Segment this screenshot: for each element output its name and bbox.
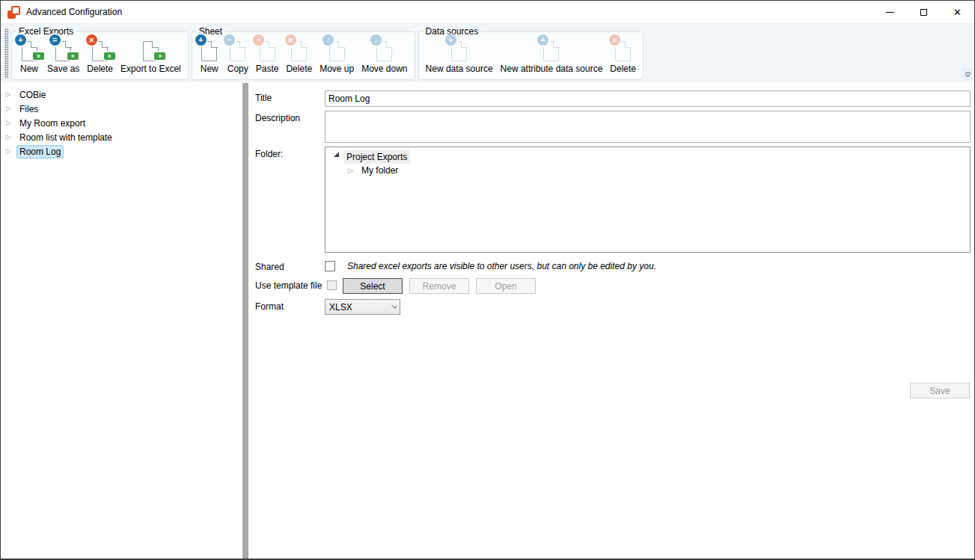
chevron-right-icon[interactable] — [6, 91, 14, 98]
title-row: Title — [255, 90, 971, 107]
description-label: Description — [255, 111, 325, 143]
new-sheet-icon — [199, 37, 220, 61]
minimize-icon — [886, 12, 894, 13]
chevron-right-icon[interactable] — [6, 148, 14, 155]
tree-item-my-room-export[interactable]: My Room export — [1, 116, 242, 130]
pane-splitter[interactable] — [242, 83, 248, 559]
tree-item-room-log[interactable]: Room Log — [1, 144, 242, 159]
new-excel-export-icon: x — [19, 37, 40, 61]
copy-sheet-icon — [227, 37, 248, 61]
chevron-right-icon[interactable] — [348, 167, 356, 174]
use-template-file-label: Use template file — [255, 278, 327, 294]
chevron-down-icon — [391, 303, 397, 308]
close-button[interactable]: ✕ — [941, 1, 974, 23]
app-icon[interactable] — [7, 6, 20, 19]
new-data-source-icon — [449, 37, 470, 61]
content-area: COBie Files My Room export Room list wit… — [1, 83, 974, 559]
close-icon: ✕ — [953, 7, 962, 17]
group-label: Excel Exports — [16, 26, 76, 37]
title-label: Title — [255, 90, 325, 107]
tree-item-cobie[interactable]: COBie — [1, 87, 242, 102]
delete-excel-export-button[interactable]: x Delete — [83, 37, 117, 76]
group-sheet: Sheet New Copy — [192, 26, 415, 80]
new-attribute-data-source-icon — [541, 37, 562, 61]
delete-sheet-button[interactable]: Delete — [282, 37, 316, 76]
delete-data-source-button[interactable]: Delete — [606, 37, 640, 76]
format-select[interactable]: XLSX — [325, 299, 400, 315]
toolbar: Excel Exports x New x Save as x — [1, 23, 974, 82]
format-value: XLSX — [329, 302, 352, 313]
description-input[interactable] — [325, 111, 971, 143]
move-down-button[interactable]: Move down — [358, 37, 411, 76]
shared-row: Shared Shared excel exports are visible … — [255, 259, 971, 272]
toolbar-overflow-button[interactable] — [962, 68, 973, 80]
folder-item-project-exports[interactable]: Project Exports — [327, 150, 968, 164]
export-detail-panel: Title Description Folder: Project Export… — [248, 83, 974, 559]
chevron-right-icon[interactable] — [6, 134, 14, 141]
description-row: Description — [255, 111, 971, 143]
chevron-right-icon[interactable] — [6, 120, 14, 126]
window-controls: ✕ — [873, 1, 974, 23]
move-up-button[interactable]: Move up — [316, 37, 358, 76]
shared-label: Shared — [255, 259, 325, 272]
export-tree: COBie Files My Room export Room list wit… — [1, 83, 242, 559]
folder-item-my-folder[interactable]: My folder — [327, 164, 968, 177]
minimize-button[interactable] — [873, 1, 907, 23]
paste-sheet-button[interactable]: Paste — [252, 37, 283, 76]
tree-item-files[interactable]: Files — [1, 102, 242, 116]
window-title: Advanced Configuration — [26, 7, 122, 17]
chevron-right-icon[interactable] — [6, 105, 14, 112]
paste-sheet-icon — [257, 37, 278, 61]
delete-excel-export-icon: x — [90, 37, 111, 61]
tree-item-room-list-with-template[interactable]: Room list with template — [1, 130, 242, 144]
group-data-sources: Data sources New data source New attribu… — [418, 26, 644, 80]
select-template-button[interactable]: Select — [343, 278, 403, 294]
shared-note: Shared excel exports are visible to othe… — [347, 259, 656, 272]
export-to-excel-button[interactable]: x Export to Excel — [117, 37, 185, 76]
new-data-source-button[interactable]: New data source — [422, 37, 497, 76]
new-attribute-data-source-button[interactable]: New attribute data source — [497, 37, 607, 76]
remove-template-button[interactable]: Remove — [409, 278, 469, 294]
folder-tree: Project Exports My folder — [325, 147, 971, 253]
format-label: Format — [255, 299, 325, 315]
new-sheet-button[interactable]: New — [195, 37, 224, 76]
folder-label: Folder: — [255, 147, 325, 255]
move-down-icon — [374, 37, 395, 61]
delete-sheet-icon — [289, 37, 310, 61]
shared-checkbox[interactable] — [325, 261, 335, 271]
maximize-button[interactable] — [907, 1, 941, 23]
save-button[interactable]: Save — [910, 383, 970, 399]
template-row: Use template file Select Remove Open — [255, 278, 971, 294]
move-up-icon — [326, 37, 347, 61]
maximize-icon — [920, 9, 927, 16]
folder-row: Folder: Project Exports My folder — [255, 147, 971, 255]
export-to-excel-icon: x — [140, 37, 161, 61]
delete-data-source-icon — [613, 37, 634, 61]
group-excel-exports: Excel Exports x New x Save as x — [11, 26, 189, 80]
title-bar: Advanced Configuration ✕ — [1, 1, 974, 23]
save-as-button[interactable]: x Save as — [43, 37, 83, 76]
open-template-button[interactable]: Open — [476, 278, 536, 294]
use-template-file-checkbox[interactable] — [327, 280, 337, 290]
save-as-excel-export-icon: x — [53, 37, 74, 61]
format-row: Format XLSX — [255, 299, 971, 315]
title-input[interactable] — [325, 90, 971, 107]
toolbar-grip[interactable] — [4, 28, 8, 79]
copy-sheet-button[interactable]: Copy — [224, 37, 252, 76]
new-excel-export-button[interactable]: x New — [15, 37, 43, 76]
app-window: Advanced Configuration ✕ Excel Exports x… — [0, 0, 975, 560]
